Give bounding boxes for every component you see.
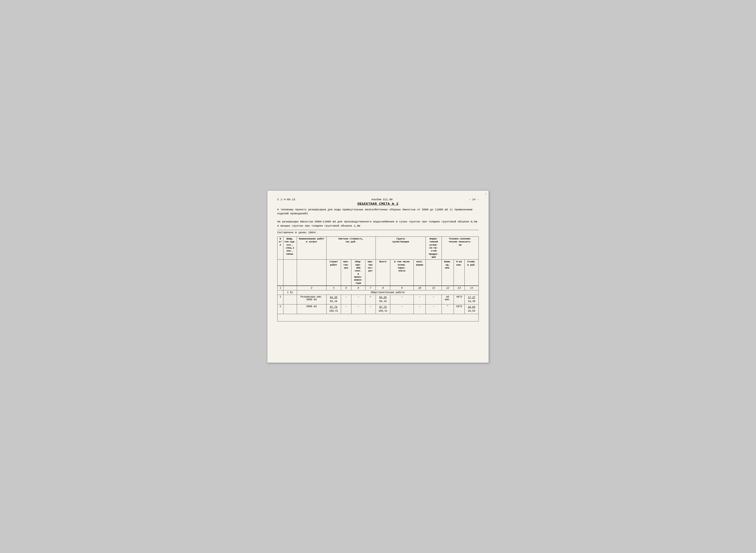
col-cost-group: Сметная стоимость,тыс.руб. [326, 237, 375, 260]
h-7: про-чихзат-рат [365, 260, 375, 286]
row1-num: I [277, 295, 283, 305]
h-5: мон-таж-ных [341, 260, 351, 286]
album-ref: Альбом 311.86 [371, 198, 393, 201]
h-4: строитработ [326, 260, 341, 286]
h-14: Стоим.в руб. [465, 260, 479, 286]
rn-3: 3 [297, 286, 326, 291]
h-10: эксп.машин [413, 260, 426, 286]
row2-v5: – [341, 305, 351, 314]
h-3 [297, 260, 326, 286]
document-title: ОБЪЕКТНАЯ СМЕТА № 2 [277, 202, 479, 206]
rn-2 [283, 286, 297, 291]
h-6: сбор.при-нёмспос.ипроиз.инвен-тари [351, 260, 365, 286]
row1-v4: 84,2595,10 [326, 295, 341, 305]
doc-ref: С 1-4-60.13 [277, 198, 295, 201]
h-1 [277, 260, 283, 286]
h-13: К-воизм. [454, 260, 465, 286]
row2-v9: – [390, 305, 414, 314]
rn-11: II [426, 286, 442, 291]
corner-mark: 1 [485, 192, 487, 195]
row1-v9: – [390, 295, 414, 305]
table-row: 2 6000 м3 97,73109,41 – – – 97,73109,41 … [277, 305, 479, 314]
row1-unit: м3емк. [441, 295, 453, 305]
rn-14: 14 [465, 286, 479, 291]
document-page: 1 С 1-4-60.13 Альбом 311.86 - 14 - ОБЪЕК… [267, 190, 489, 363]
row1-v10: – [413, 295, 426, 305]
rn-1: 1 [277, 286, 283, 291]
rn-10: 10 [413, 286, 426, 291]
header-row-1: №п/п Шифр,тип.пур.осн.,спец.хноп.,типов.… [277, 237, 479, 260]
h-2 [283, 260, 297, 286]
row1-name: Резервуары емк.5000 м3 [297, 295, 326, 305]
description-line1: К типовому проекту резервуаров для воды … [277, 208, 479, 216]
description-block: К типовому проекту резервуаров для воды … [277, 208, 479, 228]
row2-shifer [283, 305, 297, 314]
section-num [277, 291, 283, 295]
col-tech-group: Технико-экономи-ческие показате-ли [441, 237, 479, 260]
row1-v6: – [351, 295, 365, 305]
col-shifer: Шифр,тип.пур.осн.,спец.хноп.,типов. [283, 237, 297, 260]
spacer-cell [277, 314, 479, 321]
row2-cost: 16,6418,62 [465, 305, 479, 314]
col-norm: Норма-тевнойуслов-но-чи-стойпродук-ции [426, 237, 442, 260]
description-line2: На резервуары ёмкостью 5000÷11000 м3 для… [277, 220, 479, 228]
row1-shifer [283, 295, 297, 305]
h-9: в том числеоснов.зарас.плата [390, 260, 414, 286]
table-row: I Резервуары емк.5000 м3 84,2595,10 – – … [277, 295, 479, 305]
page-number: - 14 - [469, 198, 479, 201]
rn-12: 12 [441, 286, 453, 291]
row1-cost: 17,2719,49 [465, 295, 479, 305]
rn-6: 6 [351, 286, 365, 291]
row2-unit: " [441, 305, 453, 314]
row1-qty: 4873 [454, 295, 465, 305]
h-12: Наим.ед.нем. [441, 260, 453, 286]
h-11 [426, 260, 442, 286]
rn-7: 7 [365, 286, 375, 291]
spacer-row [277, 314, 479, 321]
section-header-row: 1 §1 Общестроительные работи [277, 291, 479, 295]
row2-v11: – [426, 305, 442, 314]
row1-v8: 84,2596,10 [375, 295, 390, 305]
row1-v11: – [426, 295, 442, 305]
page-header: С 1-4-60.13 Альбом 311.86 - 14 - [277, 198, 479, 201]
row2-num: 2 [277, 305, 283, 314]
section-shifer: 1 §1 [283, 291, 297, 295]
row2-v10: – [413, 305, 426, 314]
row2-name: 6000 м3 [297, 305, 326, 314]
header-row-2: строитработ мон-таж-ных сбор.при-нёмспос… [277, 260, 479, 286]
rn-13: 13 [454, 286, 465, 291]
header-row-nums: 1 3 4 5 6 7 8 9 10 II 12 13 14 [277, 286, 479, 291]
row2-qty: 5875 [454, 305, 465, 314]
rn-5: 5 [341, 286, 351, 291]
h-8: Всего [375, 260, 390, 286]
row1-v7: = [365, 295, 375, 305]
col-name: Наименование работи затрат [297, 237, 326, 260]
col-ground-group: Грунтысухие/мокрые [375, 237, 426, 260]
main-table: №п/п Шифр,тип.пур.осн.,спец.хноп.,типов.… [277, 236, 479, 321]
col-num: №п/п [277, 237, 283, 260]
row2-v8: 97,73109,41 [375, 305, 390, 314]
row1-v5: – [341, 295, 351, 305]
rn-8: 8 [375, 286, 390, 291]
row2-v4: 97,73109,41 [326, 305, 341, 314]
rn-9: 9 [390, 286, 414, 291]
row2-v7: – [365, 305, 375, 314]
rn-4: 4 [326, 286, 341, 291]
prices-note: Составлено в ценах 1984г. [277, 230, 479, 234]
section-label: Общестроительные работи [297, 291, 479, 295]
row2-v6: – [351, 305, 365, 314]
